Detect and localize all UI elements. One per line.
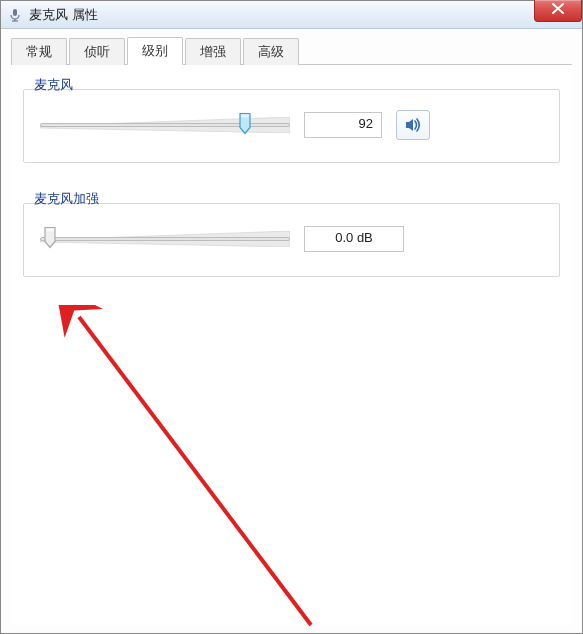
mic-slider-thumb[interactable] — [238, 112, 252, 139]
tabstrip: 常规 侦听 级别 增强 高级 — [11, 37, 572, 65]
window-title: 麦克风 属性 — [29, 6, 98, 24]
titlebar[interactable]: 麦克风 属性 — [1, 1, 582, 29]
tab-advanced[interactable]: 高级 — [243, 38, 299, 65]
boost-label: 麦克风加强 — [30, 190, 103, 208]
svg-rect-0 — [13, 9, 17, 16]
svg-line-5 — [79, 317, 311, 625]
speaker-icon — [404, 116, 422, 134]
boost-value: 0.0 dB — [304, 226, 404, 252]
client-area: 常规 侦听 级别 增强 高级 麦克风 — [1, 29, 582, 633]
mic-slider[interactable] — [40, 110, 290, 140]
mic-label: 麦克风 — [30, 76, 77, 94]
tab-general[interactable]: 常规 — [11, 38, 67, 65]
boost-group: 麦克风加强 0.0 dB — [23, 203, 560, 277]
annotation-arrow — [51, 305, 351, 634]
boost-slider[interactable] — [40, 224, 290, 254]
tab-levels[interactable]: 级别 — [127, 37, 183, 65]
tab-content-levels: 麦克风 92 — [11, 65, 572, 625]
tab-listen[interactable]: 侦听 — [69, 38, 125, 65]
boost-slider-thumb[interactable] — [43, 226, 57, 253]
mic-value[interactable]: 92 — [304, 112, 382, 138]
mute-button[interactable] — [396, 110, 430, 140]
mic-icon — [7, 7, 23, 23]
window: 麦克风 属性 常规 侦听 级别 增强 高级 麦克风 — [0, 0, 583, 634]
close-button[interactable] — [534, 0, 582, 22]
mic-group: 麦克风 92 — [23, 89, 560, 163]
tab-enhance[interactable]: 增强 — [185, 38, 241, 65]
